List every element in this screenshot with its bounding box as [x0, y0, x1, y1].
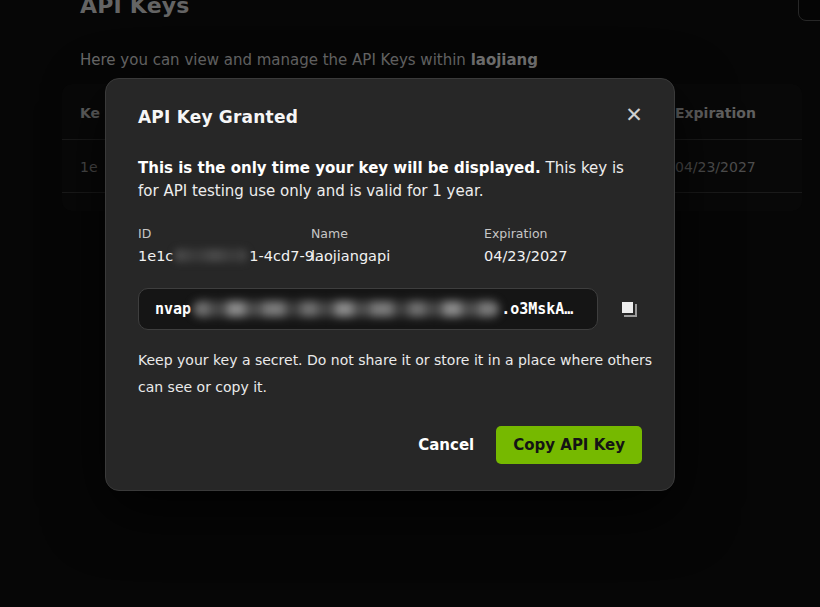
field-name: Name laojiangapi: [311, 226, 484, 265]
cancel-button[interactable]: Cancel: [418, 436, 474, 454]
api-key-granted-modal: API Key Granted ✕ This is the only time …: [105, 78, 675, 491]
modal-message: This is the only time your key will be d…: [138, 157, 646, 204]
key-suffix: .o3MskA…: [501, 300, 573, 318]
field-expiration: Expiration 04/23/2027: [484, 226, 657, 265]
copy-api-key-button[interactable]: Copy API Key: [496, 426, 642, 464]
modal-footer: Cancel Copy API Key: [418, 426, 642, 464]
field-expiration-value: 04/23/2027: [484, 248, 657, 264]
field-expiration-label: Expiration: [484, 226, 657, 241]
modal-title: API Key Granted: [138, 107, 298, 127]
key-metadata-row: ID 1e1c1-4cd7-9… Name laojiangapi Expira…: [138, 226, 657, 265]
close-icon[interactable]: ✕: [618, 99, 650, 131]
redacted-key-segment: [193, 301, 499, 317]
field-id-label: ID: [138, 226, 311, 241]
id-prefix: 1e1c: [138, 248, 173, 264]
key-prefix: nvap: [155, 300, 191, 318]
field-name-value: laojiangapi: [311, 248, 484, 264]
field-name-label: Name: [311, 226, 484, 241]
modal-message-bold: This is the only time your key will be d…: [138, 159, 541, 177]
api-key-field[interactable]: nvap.o3MskA…: [138, 288, 598, 330]
redacted-id-segment: [175, 249, 247, 262]
secret-warning: Keep your key a secret. Do not share it …: [138, 347, 668, 400]
field-id-value: 1e1c1-4cd7-9…: [138, 248, 311, 265]
copy-icon[interactable]: [618, 298, 640, 320]
copy-icon-front-square: [620, 300, 635, 315]
api-key-row: nvap.o3MskA…: [138, 288, 640, 330]
field-id: ID 1e1c1-4cd7-9…: [138, 226, 311, 265]
